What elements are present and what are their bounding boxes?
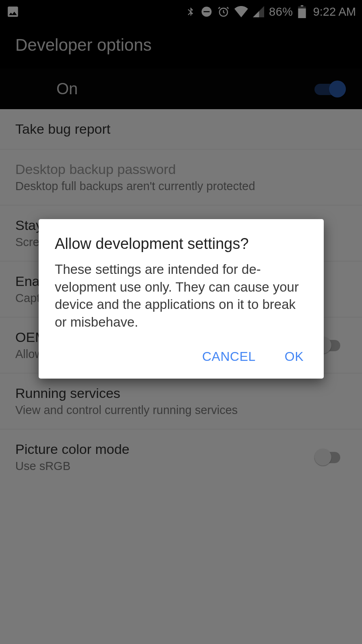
- ok-button[interactable]: OK: [282, 345, 306, 368]
- confirm-dialog: Allow development settings? These settin…: [39, 219, 324, 379]
- screen: 86% 9:22 AM Developer options On Take bu…: [0, 0, 362, 644]
- dialog-title: Allow development settings?: [55, 235, 308, 253]
- cancel-button[interactable]: CANCEL: [200, 345, 258, 368]
- dialog-actions: CANCEL OK: [55, 345, 308, 370]
- dialog-body: These settings are intended for de­velop…: [55, 261, 308, 331]
